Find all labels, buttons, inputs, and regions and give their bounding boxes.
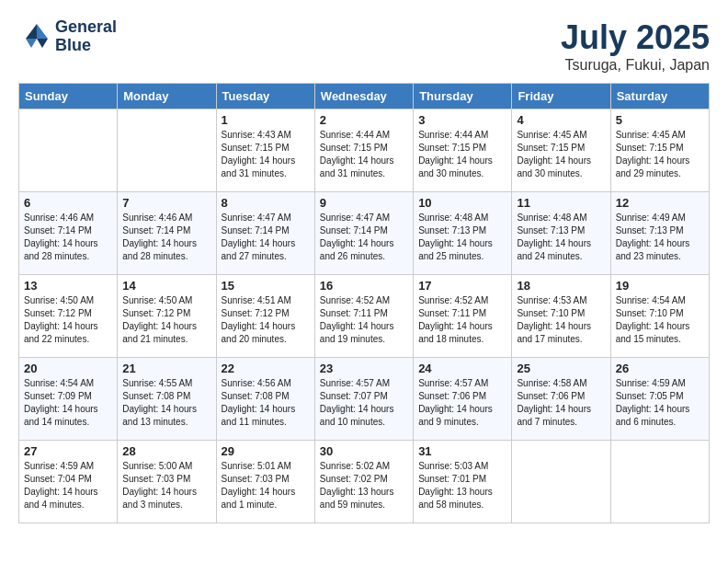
- day-info: Sunrise: 4:54 AM Sunset: 7:09 PM Dayligh…: [24, 377, 112, 429]
- month-title: July 2025: [561, 18, 710, 57]
- day-number: 28: [122, 444, 210, 458]
- day-info: Sunrise: 5:02 AM Sunset: 7:02 PM Dayligh…: [320, 460, 408, 511]
- day-info: Sunrise: 4:47 AM Sunset: 7:14 PM Dayligh…: [320, 212, 408, 263]
- day-number: 24: [418, 362, 506, 375]
- calendar-cell: 18Sunrise: 4:53 AM Sunset: 7:10 PM Dayli…: [512, 275, 610, 358]
- day-number: 19: [616, 279, 704, 293]
- calendar-cell: 29Sunrise: 5:01 AM Sunset: 7:03 PM Dayli…: [216, 441, 314, 523]
- calendar-cell: 11Sunrise: 4:48 AM Sunset: 7:13 PM Dayli…: [512, 192, 610, 275]
- day-info: Sunrise: 4:45 AM Sunset: 7:15 PM Dayligh…: [616, 129, 704, 180]
- day-number: 23: [320, 362, 408, 375]
- calendar-cell: 10Sunrise: 4:48 AM Sunset: 7:13 PM Dayli…: [414, 192, 512, 275]
- calendar-cell: 9Sunrise: 4:47 AM Sunset: 7:14 PM Daylig…: [314, 192, 413, 275]
- calendar-cell: 19Sunrise: 4:54 AM Sunset: 7:10 PM Dayli…: [610, 275, 709, 358]
- day-info: Sunrise: 4:52 AM Sunset: 7:11 PM Dayligh…: [418, 294, 506, 346]
- day-number: 14: [122, 279, 210, 293]
- day-number: 6: [24, 196, 112, 210]
- day-info: Sunrise: 4:50 AM Sunset: 7:12 PM Dayligh…: [24, 294, 112, 346]
- day-info: Sunrise: 4:47 AM Sunset: 7:14 PM Dayligh…: [222, 212, 310, 263]
- day-info: Sunrise: 4:52 AM Sunset: 7:11 PM Dayligh…: [320, 294, 408, 346]
- day-info: Sunrise: 4:59 AM Sunset: 7:04 PM Dayligh…: [24, 460, 112, 511]
- day-number: 2: [320, 113, 408, 127]
- logo: General Blue: [18, 18, 117, 55]
- calendar-cell: 26Sunrise: 4:59 AM Sunset: 7:05 PM Dayli…: [610, 358, 709, 441]
- calendar-cell: 25Sunrise: 4:58 AM Sunset: 7:06 PM Dayli…: [512, 358, 610, 441]
- day-number: 18: [517, 279, 605, 293]
- day-number: 12: [616, 196, 704, 210]
- day-number: 29: [222, 444, 310, 458]
- calendar-cell: 5Sunrise: 4:45 AM Sunset: 7:15 PM Daylig…: [610, 109, 709, 192]
- day-number: 11: [517, 196, 605, 210]
- day-number: 8: [222, 196, 310, 210]
- page-header: General Blue July 2025 Tsuruga, Fukui, J…: [18, 18, 710, 74]
- calendar-cell: 1Sunrise: 4:43 AM Sunset: 7:15 PM Daylig…: [216, 109, 314, 192]
- svg-marker-1: [26, 24, 37, 39]
- day-info: Sunrise: 4:43 AM Sunset: 7:15 PM Dayligh…: [222, 129, 310, 180]
- calendar-table: SundayMondayTuesdayWednesdayThursdayFrid…: [18, 83, 710, 523]
- weekday-header-wednesday: Wednesday: [314, 84, 413, 109]
- day-info: Sunrise: 4:57 AM Sunset: 7:06 PM Dayligh…: [418, 377, 506, 429]
- day-info: Sunrise: 4:48 AM Sunset: 7:13 PM Dayligh…: [517, 212, 605, 263]
- calendar-cell: 22Sunrise: 4:56 AM Sunset: 7:08 PM Dayli…: [216, 358, 314, 441]
- day-info: Sunrise: 4:46 AM Sunset: 7:14 PM Dayligh…: [122, 212, 210, 263]
- logo-icon: [18, 20, 51, 53]
- day-info: Sunrise: 4:56 AM Sunset: 7:08 PM Dayligh…: [222, 377, 310, 429]
- calendar-cell: 30Sunrise: 5:02 AM Sunset: 7:02 PM Dayli…: [314, 441, 413, 523]
- svg-marker-3: [37, 39, 48, 48]
- day-number: 31: [418, 444, 506, 458]
- day-info: Sunrise: 4:57 AM Sunset: 7:07 PM Dayligh…: [320, 377, 408, 429]
- title-block: July 2025 Tsuruga, Fukui, Japan: [561, 18, 710, 74]
- day-number: 16: [320, 279, 408, 293]
- calendar-cell: 21Sunrise: 4:55 AM Sunset: 7:08 PM Dayli…: [118, 358, 216, 441]
- calendar-cell: 13Sunrise: 4:50 AM Sunset: 7:12 PM Dayli…: [19, 275, 118, 358]
- calendar-cell: 2Sunrise: 4:44 AM Sunset: 7:15 PM Daylig…: [314, 109, 413, 192]
- calendar-cell: 17Sunrise: 4:52 AM Sunset: 7:11 PM Dayli…: [414, 275, 512, 358]
- calendar-cell: [610, 441, 709, 523]
- day-number: 17: [418, 279, 506, 293]
- calendar-cell: 3Sunrise: 4:44 AM Sunset: 7:15 PM Daylig…: [414, 109, 512, 192]
- calendar-cell: 6Sunrise: 4:46 AM Sunset: 7:14 PM Daylig…: [19, 192, 118, 275]
- day-number: 22: [222, 362, 310, 375]
- calendar-cell: 28Sunrise: 5:00 AM Sunset: 7:03 PM Dayli…: [118, 441, 216, 523]
- day-number: 15: [222, 279, 310, 293]
- day-number: 25: [517, 362, 605, 375]
- day-info: Sunrise: 4:51 AM Sunset: 7:12 PM Dayligh…: [222, 294, 310, 346]
- weekday-header-monday: Monday: [118, 84, 216, 109]
- calendar-cell: 23Sunrise: 4:57 AM Sunset: 7:07 PM Dayli…: [314, 358, 413, 441]
- day-number: 26: [616, 362, 704, 375]
- day-info: Sunrise: 4:55 AM Sunset: 7:08 PM Dayligh…: [122, 377, 210, 429]
- day-number: 21: [122, 362, 210, 375]
- calendar-cell: 16Sunrise: 4:52 AM Sunset: 7:11 PM Dayli…: [314, 275, 413, 358]
- day-number: 20: [24, 362, 112, 375]
- day-number: 4: [517, 113, 605, 127]
- calendar-cell: 20Sunrise: 4:54 AM Sunset: 7:09 PM Dayli…: [19, 358, 118, 441]
- day-number: 30: [320, 444, 408, 458]
- svg-marker-2: [26, 39, 37, 48]
- day-info: Sunrise: 4:59 AM Sunset: 7:05 PM Dayligh…: [616, 377, 704, 429]
- day-info: Sunrise: 4:45 AM Sunset: 7:15 PM Dayligh…: [517, 129, 605, 180]
- day-number: 5: [616, 113, 704, 127]
- day-info: Sunrise: 5:01 AM Sunset: 7:03 PM Dayligh…: [222, 460, 310, 511]
- day-number: 13: [24, 279, 112, 293]
- day-info: Sunrise: 4:48 AM Sunset: 7:13 PM Dayligh…: [418, 212, 506, 263]
- day-info: Sunrise: 5:03 AM Sunset: 7:01 PM Dayligh…: [418, 460, 506, 511]
- calendar-cell: 8Sunrise: 4:47 AM Sunset: 7:14 PM Daylig…: [216, 192, 314, 275]
- day-number: 9: [320, 196, 408, 210]
- calendar-cell: [118, 109, 216, 192]
- location-title: Tsuruga, Fukui, Japan: [561, 57, 710, 74]
- day-number: 27: [24, 444, 112, 458]
- day-info: Sunrise: 4:54 AM Sunset: 7:10 PM Dayligh…: [616, 294, 704, 346]
- day-number: 1: [222, 113, 310, 127]
- day-info: Sunrise: 4:44 AM Sunset: 7:15 PM Dayligh…: [418, 129, 506, 180]
- calendar-cell: 24Sunrise: 4:57 AM Sunset: 7:06 PM Dayli…: [414, 358, 512, 441]
- svg-marker-0: [37, 24, 48, 39]
- day-number: 7: [122, 196, 210, 210]
- weekday-header-thursday: Thursday: [414, 84, 512, 109]
- week-row-2: 6Sunrise: 4:46 AM Sunset: 7:14 PM Daylig…: [19, 192, 710, 275]
- day-info: Sunrise: 4:58 AM Sunset: 7:06 PM Dayligh…: [517, 377, 605, 429]
- day-info: Sunrise: 4:46 AM Sunset: 7:14 PM Dayligh…: [24, 212, 112, 263]
- weekday-header-friday: Friday: [512, 84, 610, 109]
- weekday-header-row: SundayMondayTuesdayWednesdayThursdayFrid…: [19, 84, 710, 109]
- calendar-cell: [19, 109, 118, 192]
- day-number: 3: [418, 113, 506, 127]
